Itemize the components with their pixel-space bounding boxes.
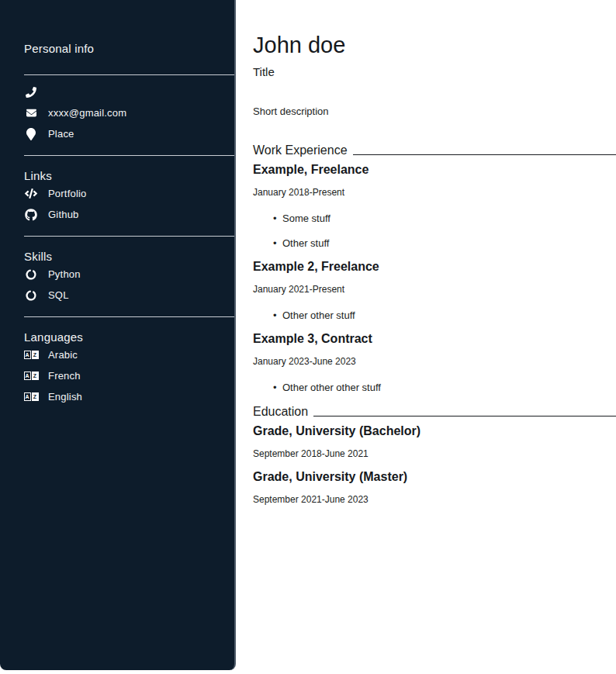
entry-title: Example 3, Contract [253, 332, 616, 346]
bullet-item: Some stuff [273, 213, 616, 224]
map-marker-icon [24, 128, 38, 140]
entry-dates: January 2018-Present [253, 187, 616, 198]
entry-dates: January 2023-June 2023 [253, 356, 616, 367]
language-icon: AZ [24, 372, 38, 380]
entry-title: Grade, University (Bachelor) [253, 424, 616, 438]
envelope-icon [24, 108, 38, 118]
language-french-label: French [48, 370, 81, 382]
entry-dates: September 2018-June 2021 [253, 448, 616, 459]
link-item-github[interactable]: Github [24, 204, 234, 225]
education-heading: Education [253, 404, 616, 420]
entry-title: Example 2, Freelance [253, 260, 616, 274]
divider [24, 74, 234, 75]
language-icon-z: Z [32, 392, 39, 401]
work-experience-title: Work Experience [253, 143, 348, 158]
links-heading: Links [24, 169, 234, 183]
language-arabic-label: Arabic [48, 349, 78, 361]
language-icon-a: A [24, 372, 31, 380]
personal-info-heading: Personal info [24, 42, 234, 56]
link-github-label[interactable]: Github [48, 209, 79, 220]
circle-notch-icon [24, 269, 38, 280]
entry-bullet-list: Other other stuff [253, 309, 616, 321]
contact-item-place: Place [24, 123, 234, 144]
language-item-arabic: AZ Arabic [24, 344, 234, 365]
resume-main: John doe Title Short description Work Ex… [253, 0, 616, 505]
work-experience-heading: Work Experience [253, 143, 616, 158]
bullet-item: Other stuff [273, 237, 616, 249]
phone-icon [24, 87, 38, 98]
languages-heading: Languages [24, 330, 234, 344]
job-title: Title [253, 65, 616, 79]
name-heading: John doe [253, 33, 616, 58]
code-icon [24, 188, 38, 199]
entry-title: Grade, University (Master) [253, 470, 616, 484]
language-icon: AZ [24, 392, 38, 401]
work-entry-2: Example 2, Freelance January 2021-Presen… [253, 260, 616, 321]
education-title: Education [253, 404, 308, 420]
circle-notch-icon [24, 290, 38, 301]
divider [24, 316, 234, 317]
language-icon-z: Z [32, 351, 39, 359]
divider [24, 155, 234, 156]
link-portfolio-label[interactable]: Portfolio [48, 188, 87, 199]
contact-item-email: xxxx@gmail.com [24, 102, 234, 123]
divider [24, 236, 234, 237]
education-entry-2: Grade, University (Master) September 202… [253, 470, 616, 505]
language-icon-a: A [24, 351, 31, 359]
language-item-french: AZ French [24, 365, 234, 386]
skill-item-python: Python [24, 264, 234, 285]
contact-item-phone [24, 81, 234, 102]
heading-rule [353, 154, 616, 155]
skills-heading: Skills [24, 250, 234, 264]
entry-bullet-list: Some stuff Other stuff [253, 213, 616, 249]
bullet-item: Other other other stuff [273, 382, 616, 393]
bullet-item: Other other stuff [273, 309, 616, 321]
entry-dates: September 2021-June 2023 [253, 494, 616, 505]
entry-dates: January 2021-Present [253, 284, 616, 295]
contact-place-label: Place [48, 128, 74, 140]
language-icon-a: A [24, 392, 31, 401]
work-entry-3: Example 3, Contract January 2023-June 20… [253, 332, 616, 393]
entry-title: Example, Freelance [253, 163, 616, 177]
github-icon [24, 209, 38, 221]
language-item-english: AZ English [24, 386, 234, 407]
link-item-portfolio[interactable]: Portfolio [24, 183, 234, 204]
language-icon: AZ [24, 351, 38, 359]
education-entry-1: Grade, University (Bachelor) September 2… [253, 424, 616, 459]
sidebar: Personal info xxxx@gmail.com Place Links [0, 0, 236, 670]
entry-bullet-list: Other other other stuff [253, 382, 616, 393]
summary-text: Short description [253, 105, 616, 117]
heading-rule [313, 416, 616, 416]
contact-email-label[interactable]: xxxx@gmail.com [48, 107, 126, 119]
language-icon-z: Z [32, 372, 39, 380]
language-english-label: English [48, 391, 82, 403]
skill-python-label: Python [48, 268, 81, 280]
skill-item-sql: SQL [24, 285, 234, 306]
skill-sql-label: SQL [48, 289, 69, 301]
work-entry-1: Example, Freelance January 2018-Present … [253, 163, 616, 249]
